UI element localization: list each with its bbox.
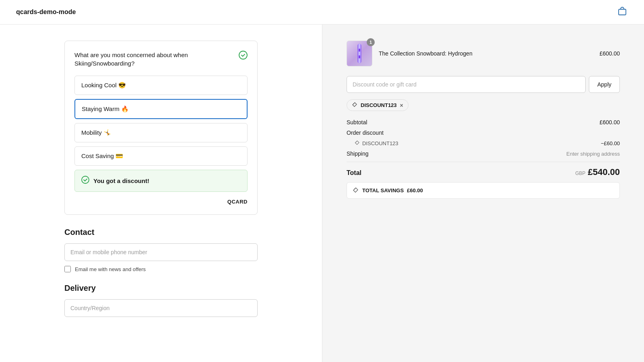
order-discount-line: Order discount [347,130,620,136]
option-cost-saving[interactable]: Cost Saving 💳 [74,146,248,166]
email-input[interactable] [64,243,258,261]
svg-rect-6 [359,56,360,58]
contact-section: Contact Email me with news and offers [64,228,258,272]
discount-tag-icon [352,102,357,109]
discount-success-text: You got a discount! [93,177,149,184]
discount-code-input[interactable] [347,76,586,93]
main-layout: What are you most concerned about when S… [0,25,644,362]
right-panel: 1 The Collection Snowboard: Hydrogen £60… [322,25,644,362]
qcard-question: What are you most concerned about when S… [74,51,230,68]
left-panel: What are you most concerned about when S… [0,25,322,362]
qcard-brand-label: QCARD [227,199,248,205]
product-quantity-badge: 1 [367,38,375,46]
order-discount-label: Order discount [347,130,384,136]
option-looking-cool[interactable]: Looking Cool 😎 [74,76,248,95]
discount-value: −£60.00 [601,140,620,146]
shipping-label: Shipping [347,150,369,157]
product-price: £600.00 [599,50,620,57]
header: qcards-demo-mode [0,0,644,25]
qcard-header: What are you most concerned about when S… [74,51,248,68]
total-line: Total GBP £540.00 [347,167,620,177]
option-mobility[interactable]: Mobility 🤸 [74,123,248,142]
option-label: Staying Warm 🔥 [82,105,129,112]
cart-button[interactable] [617,6,628,19]
savings-icon [353,187,359,194]
svg-rect-0 [619,9,626,15]
email-offers-checkbox[interactable] [64,266,71,272]
discount-code-display: DISCOUNT123 [355,140,398,146]
remove-discount-button[interactable]: × [400,103,403,108]
applied-discount-container: DISCOUNT123 × [347,99,620,119]
svg-point-1 [239,51,247,59]
option-label: Looking Cool 😎 [81,82,126,88]
total-label: Total [347,169,361,177]
subtotal-value: £600.00 [599,119,620,125]
savings-label: TOTAL SAVINGS [362,187,404,193]
total-currency: GBP [575,171,585,176]
option-label: Mobility 🤸 [81,129,111,136]
discount-code-label: DISCOUNT123 [362,140,398,146]
product-row: 1 The Collection Snowboard: Hydrogen £60… [347,41,620,66]
discount-success-banner: You got a discount! [74,170,248,192]
subtotal-label: Subtotal [347,119,367,125]
email-offers-row: Email me with news and offers [64,266,258,272]
snowboard-svg [354,43,365,64]
delivery-title: Delivery [64,284,258,293]
discount-code-line: DISCOUNT123 −£60.00 [347,140,620,146]
svg-point-2 [82,176,89,183]
product-name: The Collection Snowboard: Hydrogen [379,50,593,57]
summary-divider [347,162,620,162]
savings-banner: TOTAL SAVINGS £60.00 [347,182,620,199]
applied-discount-code: DISCOUNT123 [361,102,397,108]
applied-discount-tag: DISCOUNT123 × [347,99,409,111]
site-title: qcards-demo-mode [16,8,76,16]
svg-point-8 [356,142,357,142]
option-staying-warm[interactable]: Staying Warm 🔥 [74,99,248,119]
savings-amount: £60.00 [407,187,423,193]
svg-rect-5 [359,49,360,51]
country-region-input[interactable] [64,299,258,317]
contact-title: Contact [64,228,258,237]
delivery-section: Delivery [64,284,258,317]
subtotal-line: Subtotal £600.00 [347,119,620,125]
discount-input-row: Apply [347,76,620,93]
discount-check-icon [81,176,89,186]
qcard-widget: What are you most concerned about when S… [64,41,258,215]
product-info: The Collection Snowboard: Hydrogen [379,50,593,57]
discount-inline-icon [355,140,360,146]
svg-rect-4 [358,44,361,63]
product-image-wrapper: 1 [347,41,372,66]
email-offers-label: Email me with news and offers [75,266,146,272]
option-label: Cost Saving 💳 [81,152,123,159]
svg-point-7 [353,103,354,104]
svg-point-9 [355,189,355,189]
qcard-complete-icon [239,51,248,62]
total-right: GBP £540.00 [575,167,620,177]
total-amount: £540.00 [588,167,620,177]
apply-discount-button[interactable]: Apply [589,76,620,93]
shipping-line: Shipping Enter shipping address [347,150,620,157]
shipping-value: Enter shipping address [566,151,620,157]
cart-icon [617,6,628,17]
qcard-footer: QCARD [74,198,248,205]
